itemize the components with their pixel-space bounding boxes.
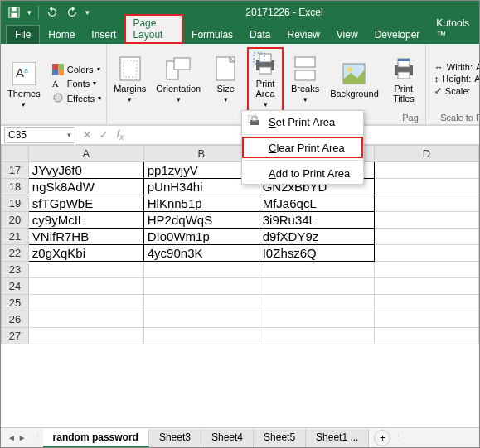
width-select[interactable]: Aut [476, 62, 480, 72]
height-select[interactable]: Aut [474, 74, 480, 84]
colors-button[interactable]: Colors▾ [51, 62, 103, 77]
themes-button[interactable]: Aa Themes ▾ [4, 59, 44, 110]
row-header-26[interactable]: 26 [2, 311, 29, 328]
fx-icon[interactable]: fx [112, 128, 128, 142]
tab-view[interactable]: View [328, 26, 366, 44]
cell[interactable] [143, 278, 259, 295]
qat-chevron-icon[interactable]: ▾ [27, 8, 32, 17]
cell[interactable]: z0gXqKbi [28, 245, 143, 262]
row-header-24[interactable]: 24 [2, 278, 29, 295]
sheet-tab-random-password[interactable]: random password [43, 429, 149, 447]
svg-point-23 [347, 67, 352, 72]
cell[interactable] [143, 262, 259, 278]
row-24: 24 [2, 278, 479, 295]
row-header-21[interactable]: 21 [2, 229, 29, 245]
orientation-icon [165, 55, 192, 82]
tab-page-layout[interactable]: Page Layout [124, 14, 183, 44]
row-header-20[interactable]: 20 [2, 212, 29, 229]
cell[interactable] [374, 212, 478, 229]
sheet-tab-sheet1-[interactable]: Sheet1 ... [306, 429, 369, 447]
cell[interactable] [374, 311, 478, 328]
cell[interactable] [28, 278, 143, 295]
row-header-22[interactable]: 22 [2, 245, 29, 262]
size-button[interactable]: Size▾ [207, 54, 244, 105]
cell[interactable]: 3i9Ru34L [259, 212, 374, 229]
cell[interactable]: MfJa6qcL [259, 195, 374, 212]
cell[interactable]: ngSk8AdW [28, 179, 143, 195]
cell[interactable] [374, 278, 478, 295]
print-titles-button[interactable]: Print Titles [385, 54, 422, 105]
worksheet-grid[interactable]: ABCD17JYvyJ6f0pp1zvjyVG9XGBFQJ18ngSk8AdW… [1, 145, 479, 344]
effects-button[interactable]: Effects▾ [51, 90, 103, 107]
cell[interactable]: JYvyJ6f0 [28, 162, 143, 179]
cell[interactable]: I0Zhsz6Q [259, 245, 374, 262]
cell[interactable] [374, 295, 478, 311]
cell[interactable]: d9fXDY9z [259, 229, 374, 245]
breaks-button[interactable]: Breaks▾ [287, 54, 323, 105]
sheet-tab-sheet5[interactable]: Sheet5 [254, 429, 306, 447]
cell[interactable] [374, 245, 478, 262]
cell[interactable] [28, 311, 143, 328]
cell[interactable] [259, 311, 374, 328]
fonts-button[interactable]: A Fonts▾ [51, 77, 103, 90]
row-header-27[interactable]: 27 [2, 328, 29, 344]
cell[interactable]: DIo0Wm1p [143, 229, 259, 245]
cell[interactable] [259, 262, 374, 278]
cell[interactable] [374, 162, 478, 179]
sheet-nav[interactable]: ◄ ► [1, 433, 33, 442]
cell[interactable]: VNlfR7HB [28, 229, 143, 245]
cell[interactable] [143, 328, 259, 344]
cell[interactable] [143, 311, 259, 328]
size-icon [212, 55, 239, 82]
cancel-icon[interactable]: ✕ [79, 129, 95, 141]
cell[interactable]: sfTGpWbE [28, 195, 143, 212]
cell[interactable] [259, 278, 374, 295]
redo-icon[interactable] [65, 6, 79, 19]
tab-home[interactable]: Home [40, 26, 83, 44]
select-all-corner[interactable] [2, 146, 29, 162]
background-button[interactable]: Background [327, 59, 382, 100]
cell[interactable] [374, 179, 478, 195]
row-header-23[interactable]: 23 [2, 262, 29, 278]
row-header-25[interactable]: 25 [2, 295, 29, 311]
cell[interactable] [28, 262, 143, 278]
tab-developer[interactable]: Developer [366, 26, 429, 44]
tab-insert[interactable]: Insert [83, 26, 124, 44]
cell[interactable] [259, 328, 374, 344]
add-to-print-area-item[interactable]: Add to Print Area [242, 162, 363, 184]
tab-review[interactable]: Review [279, 26, 327, 44]
new-sheet-button[interactable]: + [374, 430, 390, 446]
print-area-button[interactable]: Print Area▾ [247, 47, 284, 112]
clear-print-area-item[interactable]: Clear Print Area [242, 137, 363, 158]
cell[interactable] [28, 328, 143, 344]
cell[interactable] [374, 195, 478, 212]
sheet-tab-sheet4[interactable]: Sheet4 [201, 429, 254, 447]
cell[interactable]: 4yc90n3K [143, 245, 259, 262]
row-header-17[interactable]: 17 [2, 162, 29, 179]
cell[interactable] [374, 262, 478, 278]
sheet-tab-sheet3[interactable]: Sheet3 [149, 429, 201, 447]
undo-icon[interactable] [46, 6, 59, 19]
set-print-area-item[interactable]: Set Print Area [242, 111, 363, 132]
col-header-D[interactable]: D [374, 146, 478, 162]
cell[interactable] [143, 295, 259, 311]
tab-file[interactable]: File [6, 25, 40, 44]
cell[interactable] [374, 229, 478, 245]
orientation-button[interactable]: Orientation▾ [153, 54, 204, 105]
cell[interactable]: HlKnn51p [143, 195, 259, 212]
cell[interactable]: cy9yMcIL [28, 212, 143, 229]
cell[interactable] [259, 295, 374, 311]
tab-formulas[interactable]: Formulas [183, 26, 241, 44]
col-header-A[interactable]: A [28, 146, 143, 162]
row-header-18[interactable]: 18 [2, 179, 29, 195]
save-icon[interactable] [7, 6, 21, 19]
row-header-19[interactable]: 19 [2, 195, 29, 212]
cell[interactable] [28, 295, 143, 311]
margins-button[interactable]: Margins▾ [110, 54, 149, 105]
enter-icon[interactable]: ✓ [95, 129, 112, 141]
tab-kutools-[interactable]: Kutools ™ [428, 14, 479, 44]
cell[interactable] [374, 328, 478, 344]
name-box[interactable]: C35 ▾ [4, 127, 75, 143]
cell[interactable]: HP2dqWqS [143, 212, 259, 229]
tab-data[interactable]: Data [241, 26, 279, 44]
